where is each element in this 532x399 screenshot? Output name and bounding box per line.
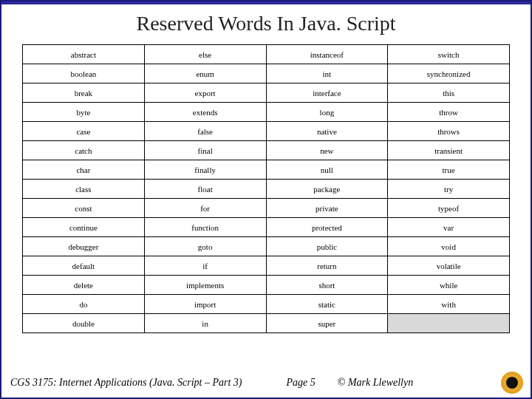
table-cell: byte [23, 103, 145, 122]
table-cell: try [388, 180, 510, 199]
table-cell: long [266, 103, 388, 122]
table-cell: var [388, 218, 510, 237]
table-cell: instanceof [266, 45, 388, 64]
table-cell: null [266, 160, 388, 180]
table-cell: private [266, 199, 388, 218]
table-row: casefalsenativethrows [23, 122, 510, 141]
table-cell: function [144, 218, 266, 237]
table-cell: volatile [388, 256, 510, 276]
table-cell: enum [144, 64, 266, 83]
table-cell: else [144, 45, 266, 64]
table-cell: while [388, 276, 510, 295]
table-row: classfloatpackagetry [23, 180, 510, 199]
table-cell: void [388, 237, 510, 256]
table-cell: case [23, 122, 145, 141]
footer-author: © Mark Llewellyn [316, 377, 413, 389]
slide: Reserved Words In Java. Script abstracte… [0, 0, 532, 399]
table-row: doubleinsuper [23, 314, 510, 333]
table-row: catchfinalnewtransient [23, 141, 510, 160]
table-row: constforprivatetypeof [23, 199, 510, 218]
table-cell: char [23, 160, 145, 180]
table-row: breakexportinterfacethis [23, 83, 510, 103]
table-row: deleteimplementsshortwhile [23, 276, 510, 295]
table-cell: do [23, 295, 145, 314]
table-cell: package [266, 180, 388, 199]
footer-course: CGS 3175: Internet Applications (Java. S… [6, 377, 242, 389]
table-cell: synchronized [388, 64, 510, 83]
table-row: abstractelseinstanceofswitch [23, 45, 510, 64]
table-cell: import [144, 295, 266, 314]
table-cell: transient [388, 141, 510, 160]
table-cell: break [23, 83, 145, 103]
table-row: continuefunctionprotectedvar [23, 218, 510, 237]
table-cell: export [144, 83, 266, 103]
table-cell: switch [388, 45, 510, 64]
table-cell: debugger [23, 237, 145, 256]
table-cell: extends [144, 103, 266, 122]
table-row: byteextendslongthrow [23, 103, 510, 122]
table-cell: native [266, 122, 388, 141]
table-cell: false [144, 122, 266, 141]
table-row: defaultifreturnvolatile [23, 256, 510, 276]
table-row: booleanenumintsynchronized [23, 64, 510, 83]
table-cell: catch [23, 141, 145, 160]
table-cell: finally [144, 160, 266, 180]
table-cell: short [266, 276, 388, 295]
table-cell: class [23, 180, 145, 199]
table-row: debuggergotopublicvoid [23, 237, 510, 256]
table-cell: int [266, 64, 388, 83]
table-cell: return [266, 256, 388, 276]
table-cell: continue [23, 218, 145, 237]
footer-page: Page 5 [242, 377, 316, 389]
table-row: charfinallynulltrue [23, 160, 510, 180]
table-cell: double [23, 314, 145, 333]
table-cell [388, 314, 510, 333]
table-cell: typeof [388, 199, 510, 218]
ucf-logo-icon [501, 372, 523, 394]
table-cell: abstract [23, 45, 145, 64]
table-cell: delete [23, 276, 145, 295]
table-cell: boolean [23, 64, 145, 83]
table-cell: goto [144, 237, 266, 256]
table-cell: new [266, 141, 388, 160]
table-cell: default [23, 256, 145, 276]
footer: CGS 3175: Internet Applications (Java. S… [1, 368, 531, 398]
table-cell: const [23, 199, 145, 218]
table-cell: final [144, 141, 266, 160]
table-cell: super [266, 314, 388, 333]
reserved-words-table: abstractelseinstanceofswitchbooleanenumi… [22, 44, 510, 333]
table-cell: throws [388, 122, 510, 141]
table-container: abstractelseinstanceofswitchbooleanenumi… [1, 44, 531, 368]
table-cell: if [144, 256, 266, 276]
table-cell: true [388, 160, 510, 180]
table-cell: float [144, 180, 266, 199]
table-cell: public [266, 237, 388, 256]
table-cell: static [266, 295, 388, 314]
table-cell: with [388, 295, 510, 314]
table-row: doimportstaticwith [23, 295, 510, 314]
table-cell: this [388, 83, 510, 103]
table-cell: implements [144, 276, 266, 295]
page-title: Reserved Words In Java. Script [1, 4, 531, 44]
table-cell: protected [266, 218, 388, 237]
table-cell: interface [266, 83, 388, 103]
table-cell: for [144, 199, 266, 218]
table-cell: throw [388, 103, 510, 122]
table-cell: in [144, 314, 266, 333]
